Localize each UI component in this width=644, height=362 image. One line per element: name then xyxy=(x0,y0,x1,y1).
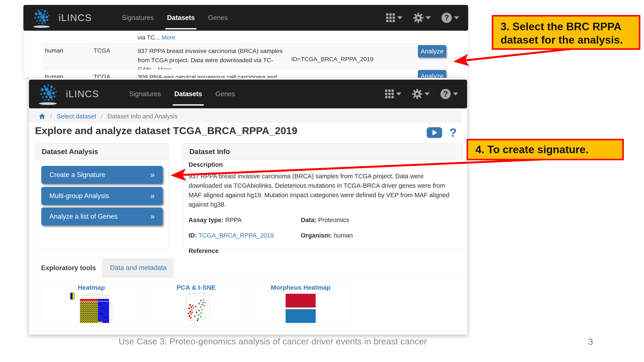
help-question-icon[interactable]: ? xyxy=(450,125,457,139)
button-label: Analyze a list of Genes xyxy=(50,213,118,220)
arrow-to-analyze-row xyxy=(456,49,571,61)
chevron-down-icon xyxy=(426,16,431,19)
help-icon: ? xyxy=(440,89,451,99)
apps-grid-icon xyxy=(386,13,395,22)
gear-icon xyxy=(412,89,422,99)
organism-cell: human xyxy=(45,73,63,78)
chevron-down-icon xyxy=(396,92,401,95)
double-chevron-icon: » xyxy=(150,212,154,221)
gear-icon xyxy=(413,13,424,23)
nav-signatures[interactable]: Signatures xyxy=(122,14,154,22)
description-line: from TCGA project. Data were downloaded … xyxy=(138,55,294,65)
help-menu[interactable]: ? xyxy=(440,89,458,99)
ilincs-navbar-top: iLINCS Signatures Datasets Genes xyxy=(24,5,468,31)
chevron-down-icon xyxy=(397,16,402,19)
meta-row-id: ID: TCGA_BRCA_RPPA_2019 Organism: human xyxy=(188,231,456,240)
nav-genes[interactable]: Genes xyxy=(216,90,235,98)
settings-menu[interactable] xyxy=(412,89,430,99)
table-row-partial: via TC... More xyxy=(138,34,175,41)
button-label: Multi-group Analysis xyxy=(50,192,109,200)
dataset-description: 937 RPPA breast invasive carcinoma (BRCA… xyxy=(188,171,456,209)
brand-ilincs[interactable]: iLINCS xyxy=(66,88,99,100)
id-label: ID: xyxy=(188,232,197,239)
analyze-button[interactable]: Analyze xyxy=(418,70,446,78)
ilincs-logo-icon[interactable] xyxy=(38,82,60,106)
panel-title: Dataset Info xyxy=(183,144,462,160)
table-row-cesc: human TCGA 309 RNA-seq cervical squamous… xyxy=(42,69,447,78)
organism-value: human xyxy=(334,232,353,239)
callout-step-4: 4. To create signature. xyxy=(467,139,624,160)
callout-step-3: 3. Select the BRC RPPA dataset for the a… xyxy=(492,15,640,50)
tool-link[interactable]: PCA & t-SNE xyxy=(146,284,246,291)
dataset-table-panel: via TC... More human TCGA 937 RPPA breas… xyxy=(28,31,452,78)
source-cell: TCGA xyxy=(94,47,110,54)
organism-label: Organism: xyxy=(301,232,332,239)
create-signature-button[interactable]: Create a Signature » xyxy=(41,166,163,184)
nav-signatures[interactable]: Signatures xyxy=(129,90,161,98)
screenshot-dataset-list: iLINCS Signatures Datasets Genes xyxy=(24,5,468,78)
dataset-id-link[interactable]: TCGA_BRCA_RPPA_2019 xyxy=(198,232,274,239)
apps-grid-icon xyxy=(385,89,394,98)
source-cell: TCGA xyxy=(94,73,110,78)
dataset-info-body: Description 937 RPPA breast invasive car… xyxy=(188,160,456,256)
more-link[interactable]: More xyxy=(162,34,176,41)
meta-row-assay: Assay type: RPPA Data: Proteomics xyxy=(188,215,456,225)
apps-grid-menu[interactable] xyxy=(386,13,402,22)
ilincs-navbar: iLINCS Signatures Datasets Genes xyxy=(29,80,467,108)
page-title: Explore and analyze dataset TCGA_BRCA_RP… xyxy=(35,125,298,136)
tool-card-pca-tsne[interactable]: PCA & t-SNE xyxy=(146,281,246,327)
tab-data-and-metadata[interactable]: Data and metadata xyxy=(103,259,174,277)
help-icon: ? xyxy=(442,13,452,23)
analyze-gene-list-button[interactable]: Analyze a list of Genes » xyxy=(41,208,163,226)
navbar-icon-menu: ? xyxy=(379,13,459,23)
breadcrumb-separator: / xyxy=(101,113,103,120)
pca-tsne-thumbnail-image xyxy=(177,293,216,325)
assay-type-value: RPPA xyxy=(225,217,242,223)
data-value: Proteomics xyxy=(318,217,350,223)
breadcrumb-select-dataset[interactable]: Select dataset xyxy=(57,113,96,120)
organism-cell: human xyxy=(45,47,63,54)
nav-datasets[interactable]: Datasets xyxy=(167,14,195,22)
settings-menu[interactable] xyxy=(413,13,431,23)
table-row-brca-rppa: human TCGA 937 RPPA breast invasive carc… xyxy=(42,43,447,69)
double-chevron-icon: » xyxy=(150,191,154,200)
dataset-analysis-panel: Dataset Analysis Create a Signature » Mu… xyxy=(35,143,168,249)
home-icon[interactable] xyxy=(39,113,46,120)
nav-genes[interactable]: Genes xyxy=(208,14,228,22)
slide-caption: Use Case 3: Proteo-genomics analysis of … xyxy=(29,337,516,347)
multi-group-analysis-button[interactable]: Multi-group Analysis » xyxy=(41,187,163,205)
breadcrumb-separator: / xyxy=(50,113,52,120)
screenshot-dataset-detail: iLINCS Signatures Datasets Genes xyxy=(29,78,467,335)
breadcrumb: / Select dataset / Dataset Info and Anal… xyxy=(29,110,462,122)
title-action-icons: ? xyxy=(427,125,457,139)
reference-label: Reference xyxy=(188,246,456,256)
brand-ilincs[interactable]: iLINCS xyxy=(58,12,92,23)
analyze-button[interactable]: Analyze xyxy=(418,45,446,57)
callout-text: 3. Select the BRC RPPA xyxy=(500,20,639,33)
main-nav: Signatures Datasets Genes xyxy=(129,90,235,98)
panel-title: Dataset Analysis xyxy=(35,144,168,160)
callout-text: dataset for the analysis. xyxy=(500,33,639,46)
main-nav: Signatures Datasets Genes xyxy=(122,14,228,22)
heatmap-thumbnail-image xyxy=(69,293,114,325)
dataset-id-cell: ID=TCGA_BRCA_RPPA_2019 xyxy=(291,56,374,63)
apps-grid-menu[interactable] xyxy=(385,89,401,98)
slide-page-number: 3 xyxy=(588,337,593,347)
description-line: 937 RPPA breast invasive carcinoma (BRCA… xyxy=(138,46,294,55)
tool-card-heatmap[interactable]: Heatmap xyxy=(41,281,141,327)
help-menu[interactable]: ? xyxy=(442,13,459,23)
nav-datasets[interactable]: Datasets xyxy=(174,90,202,98)
ilincs-logo-icon[interactable] xyxy=(32,7,53,28)
tool-link[interactable]: Morpheus Heatmap xyxy=(251,284,350,291)
callout-text: 4. To create signature. xyxy=(476,143,622,156)
navbar-icon-menu: ? xyxy=(378,89,458,99)
tool-card-morpheus-heatmap[interactable]: Morpheus Heatmap xyxy=(250,281,351,327)
tool-link[interactable]: Heatmap xyxy=(42,284,141,291)
description-cell: 309 RNA-seq cervical squamous cell carci… xyxy=(138,72,294,78)
double-chevron-icon: » xyxy=(150,170,154,179)
video-tutorial-icon[interactable] xyxy=(427,127,442,138)
dataset-info-panel: Dataset Info Description 937 RPPA breast… xyxy=(183,143,462,249)
slide-canvas: iLINCS Signatures Datasets Genes xyxy=(0,0,644,362)
tab-exploratory-tools[interactable]: Exploratory tools xyxy=(35,259,102,278)
data-label: Data: xyxy=(301,217,316,223)
